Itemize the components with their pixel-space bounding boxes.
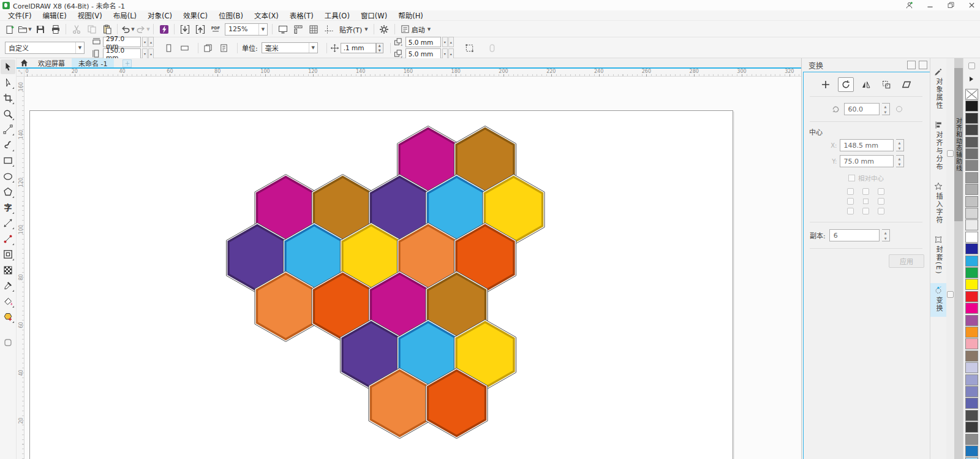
color-swatch[interactable]: [965, 137, 978, 148]
docker-collapse-button[interactable]: [947, 291, 954, 298]
anchor-point[interactable]: [847, 208, 854, 214]
export-button[interactable]: [192, 22, 208, 36]
color-swatch[interactable]: [965, 243, 978, 254]
horizontal-ruler[interactable]: 0204060801001201401601802002202402602803…: [24, 69, 801, 77]
rotation-angle-spinner[interactable]: ▲▼: [882, 103, 890, 115]
transparency-tool-icon[interactable]: [1, 263, 15, 278]
options-button[interactable]: [377, 22, 392, 36]
color-swatch[interactable]: [965, 362, 978, 373]
pick-tool-icon[interactable]: [1, 59, 15, 74]
color-swatch[interactable]: [965, 279, 978, 290]
document-tab[interactable]: 欢迎屏幕: [31, 58, 72, 67]
menu-item[interactable]: 对象(C): [142, 10, 178, 21]
apply-button[interactable]: 应用: [889, 254, 924, 268]
dimension-tool-icon[interactable]: [1, 216, 15, 230]
cut-button[interactable]: [69, 22, 84, 36]
artistic-media-tool-icon[interactable]: [1, 138, 15, 153]
tab-alignment-guides[interactable]: 对齐和动态辅助线: [954, 68, 963, 221]
new-tab-button[interactable]: ＋: [123, 59, 132, 67]
open-button[interactable]: ▼: [17, 22, 32, 36]
rectangle-tool-icon[interactable]: [1, 153, 15, 168]
center-y-spinner[interactable]: ▲▼: [896, 155, 904, 167]
all-pages-button[interactable]: [201, 41, 214, 55]
snap-to-dropdown[interactable]: 贴齐(T)▼: [336, 22, 371, 36]
interactive-fill-tool-icon[interactable]: [1, 294, 15, 309]
palette-options-button[interactable]: [968, 63, 975, 69]
launch-dropdown[interactable]: 启动▼: [398, 22, 434, 36]
duplicate-y-spinner[interactable]: ▾▴: [442, 48, 454, 59]
page-height-spinner[interactable]: ▾▴: [142, 48, 154, 59]
center-y-field[interactable]: 75.0 mm: [840, 155, 894, 167]
docker-close-button[interactable]: [919, 61, 927, 69]
portrait-button[interactable]: [162, 41, 175, 55]
landscape-button[interactable]: [178, 41, 191, 55]
fullscreen-preview-button[interactable]: [275, 22, 290, 36]
page-width-spinner[interactable]: ▾▴: [142, 37, 154, 47]
menu-item[interactable]: 效果(C): [178, 10, 213, 21]
color-swatch[interactable]: [965, 410, 978, 421]
relative-center-checkbox[interactable]: [848, 175, 855, 181]
page-height-field[interactable]: 150.0 mm: [103, 48, 141, 59]
duplicate-y-field[interactable]: 5.0 mm: [405, 48, 441, 59]
anchor-point[interactable]: [878, 188, 884, 195]
color-swatch[interactable]: [965, 338, 978, 349]
shape-tool-icon[interactable]: [1, 75, 15, 90]
docker-tab[interactable]: 对齐与分布: [930, 118, 946, 175]
copy-button[interactable]: [84, 22, 99, 36]
color-swatch[interactable]: [965, 124, 978, 135]
color-swatch[interactable]: [965, 446, 978, 457]
zoom-tool-icon[interactable]: [1, 107, 15, 121]
close-button[interactable]: [967, 1, 976, 10]
restore-button[interactable]: [946, 1, 956, 10]
anchor-point[interactable]: [863, 199, 869, 204]
menu-item[interactable]: 窗口(W): [355, 10, 393, 21]
publish-pdf-button[interactable]: PDF: [208, 22, 223, 36]
treat-as-filled-button[interactable]: [463, 41, 477, 55]
docker-tab[interactable]: 插入字符: [930, 179, 946, 229]
anchor-point[interactable]: [847, 198, 854, 205]
connector-tool-icon[interactable]: [1, 232, 15, 246]
color-swatch[interactable]: [965, 196, 978, 207]
color-swatch[interactable]: [965, 434, 978, 445]
menu-item[interactable]: 帮助(H): [393, 10, 429, 21]
anchor-point[interactable]: [847, 188, 854, 195]
new-document-button[interactable]: [2, 22, 17, 36]
anchor-point[interactable]: [878, 208, 884, 214]
text-tool-icon[interactable]: 字: [1, 200, 15, 215]
transform-mode-skew-icon[interactable]: [899, 77, 914, 92]
ellipse-tool-icon[interactable]: [1, 169, 15, 184]
welcome-home-button[interactable]: [17, 58, 31, 67]
contour-tool-icon[interactable]: [1, 247, 15, 262]
color-swatch[interactable]: [965, 351, 978, 362]
transform-mode-scale-mirror-icon[interactable]: [858, 77, 874, 92]
transform-mode-size-icon[interactable]: [878, 77, 894, 92]
outline-tool-icon[interactable]: [1, 335, 15, 350]
docker-tab[interactable]: 变换: [930, 283, 946, 317]
color-swatch[interactable]: [965, 398, 978, 409]
menu-item[interactable]: 视图(V): [72, 10, 108, 21]
color-swatch[interactable]: [965, 184, 978, 195]
anchor-point[interactable]: [862, 188, 869, 195]
duplicate-x-spinner[interactable]: ▾▴: [442, 37, 454, 47]
color-swatch[interactable]: [965, 422, 978, 433]
docker-tab[interactable]: 封套(E): [930, 232, 946, 279]
smart-fill-tool-icon[interactable]: [1, 309, 15, 324]
color-swatch[interactable]: [965, 101, 978, 112]
color-swatch[interactable]: [965, 374, 978, 385]
import-button[interactable]: [177, 22, 192, 36]
menu-item[interactable]: 编辑(E): [37, 10, 72, 21]
menu-item[interactable]: 表格(T): [284, 10, 319, 21]
menu-item[interactable]: 工具(O): [319, 10, 355, 21]
polygon-tool-icon[interactable]: [1, 184, 15, 199]
color-swatch[interactable]: [965, 291, 978, 302]
color-swatch[interactable]: [965, 232, 978, 243]
freehand-tool-icon[interactable]: [1, 122, 15, 137]
copies-spinner[interactable]: ▲▼: [882, 229, 890, 241]
docker-float-button[interactable]: [907, 61, 916, 69]
color-swatch[interactable]: [965, 303, 978, 314]
nudge-spinner[interactable]: ▲▼: [376, 43, 383, 53]
nudge-offset-field[interactable]: .1 mm: [341, 43, 376, 53]
corner-settings-button[interactable]: [486, 41, 499, 55]
menu-item[interactable]: 文件(F): [2, 10, 37, 21]
color-swatch[interactable]: [965, 160, 978, 171]
